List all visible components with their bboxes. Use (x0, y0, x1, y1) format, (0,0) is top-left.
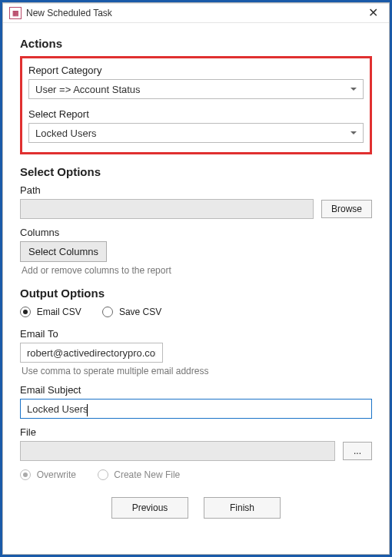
titlebar: ▦ New Scheduled Task ✕ (3, 3, 389, 23)
path-input (20, 199, 314, 219)
email-to-label: Email To (20, 328, 372, 340)
window-title: New Scheduled Task (26, 8, 365, 18)
finish-button[interactable]: Finish (204, 497, 281, 519)
previous-button[interactable]: Previous (111, 497, 188, 519)
chevron-down-icon (350, 88, 357, 91)
actions-highlight-box: Report Category User => Account Status S… (20, 56, 372, 154)
file-input (20, 441, 335, 461)
close-icon[interactable]: ✕ (365, 7, 381, 19)
select-report-value: Locked Users (35, 128, 96, 139)
email-csv-label[interactable]: Email CSV (37, 307, 81, 317)
file-label: File (20, 426, 372, 438)
output-options-heading: Output Options (20, 287, 372, 300)
app-icon: ▦ (9, 7, 22, 19)
select-report-select[interactable]: Locked Users (28, 123, 364, 143)
file-browse-button[interactable]: ... (343, 442, 372, 460)
email-to-hint: Use comma to sperate multiple email addr… (22, 366, 372, 376)
overwrite-radio (20, 469, 31, 480)
create-new-file-radio (98, 469, 108, 480)
columns-hint: Add or remove columns to the report (22, 265, 372, 276)
select-report-label: Select Report (28, 108, 364, 120)
email-subject-input[interactable]: Locked Users (20, 399, 372, 419)
browse-button[interactable]: Browse (321, 200, 372, 218)
actions-heading: Actions (20, 37, 372, 50)
email-csv-radio[interactable] (20, 307, 31, 317)
save-csv-label[interactable]: Save CSV (119, 307, 161, 317)
dialog: ▦ New Scheduled Task ✕ Actions Report Ca… (2, 2, 390, 555)
select-columns-button[interactable]: Select Columns (20, 241, 107, 262)
chevron-down-icon (350, 131, 357, 134)
footer-nav: Previous Finish (20, 488, 372, 531)
select-options-heading: Select Options (20, 165, 372, 178)
create-new-file-label: Create New File (114, 469, 180, 480)
columns-label: Columns (20, 227, 372, 238)
overwrite-label: Overwrite (37, 469, 76, 480)
save-csv-radio[interactable] (102, 307, 113, 317)
report-category-value: User => Account Status (35, 84, 141, 95)
outer-frame: ▦ New Scheduled Task ✕ Actions Report Ca… (0, 0, 392, 557)
email-subject-value: Locked Users (27, 403, 88, 415)
report-category-select[interactable]: User => Account Status (28, 79, 364, 99)
content-area: Actions Report Category User => Account … (3, 23, 389, 554)
report-category-label: Report Category (28, 65, 364, 76)
path-label: Path (20, 184, 372, 196)
email-to-input[interactable] (20, 343, 163, 363)
email-subject-label: Email Subject (20, 384, 372, 396)
